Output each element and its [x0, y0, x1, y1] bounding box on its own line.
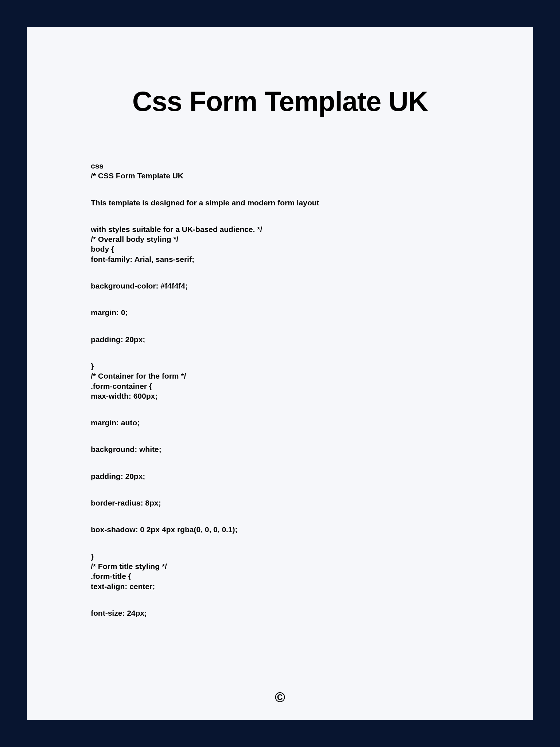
code-line: /* Form title styling */	[91, 561, 469, 571]
code-line: }	[91, 551, 469, 561]
code-line: .form-title {	[91, 571, 469, 581]
content-area: css/* CSS Form Template UKThis template …	[27, 161, 533, 618]
page-title: Css Form Template UK	[27, 85, 533, 117]
code-line: /* CSS Form Template UK	[91, 171, 469, 181]
code-line: padding: 20px;	[91, 334, 469, 344]
code-line: font-family: Arial, sans-serif;	[91, 254, 469, 264]
code-line: This template is designed for a simple a…	[91, 198, 469, 208]
code-line: /* Container for the form */	[91, 371, 469, 381]
code-line: box-shadow: 0 2px 4px rgba(0, 0, 0, 0.1)…	[91, 525, 469, 534]
code-line: background: white;	[91, 444, 469, 454]
copyright-symbol: ©	[275, 690, 285, 705]
code-line: padding: 20px;	[91, 471, 469, 481]
code-line: margin: auto;	[91, 418, 469, 427]
code-line: max-width: 600px;	[91, 391, 469, 401]
code-line: css	[91, 161, 469, 171]
code-line: background-color: #f4f4f4;	[91, 281, 469, 291]
code-line: border-radius: 8px;	[91, 498, 469, 508]
code-line: with styles suitable for a UK-based audi…	[91, 224, 469, 234]
code-line: body {	[91, 244, 469, 254]
code-line: margin: 0;	[91, 307, 469, 317]
code-line: }	[91, 361, 469, 371]
code-line: font-size: 24px;	[91, 608, 469, 618]
code-line: /* Overall body styling */	[91, 234, 469, 244]
document-page: Css Form Template UK css/* CSS Form Temp…	[27, 27, 533, 720]
code-line: .form-container {	[91, 381, 469, 391]
code-line: text-align: center;	[91, 581, 469, 591]
